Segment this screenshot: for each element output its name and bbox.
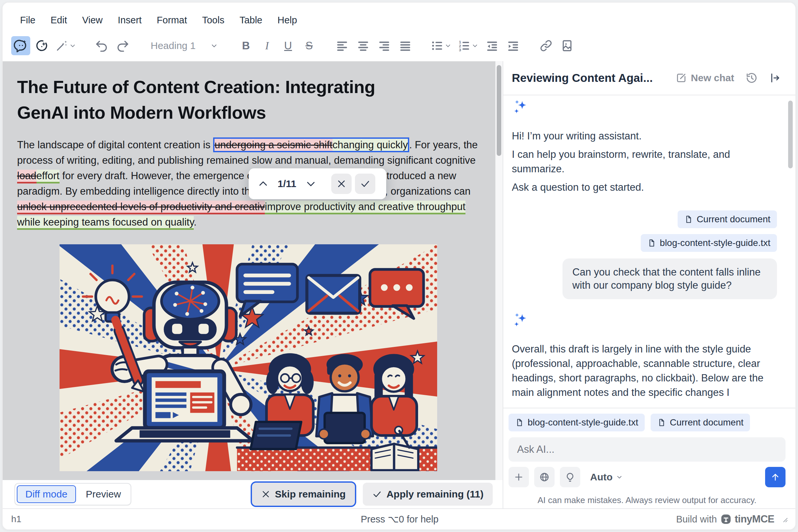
diff-del-segment[interactable]: undergoing a seismic shift bbox=[215, 139, 332, 151]
history-icon bbox=[745, 72, 758, 84]
menu-file[interactable]: File bbox=[13, 12, 43, 29]
statusbar: h1 Press ⌥0 for help Build with tinyMCE bbox=[3, 508, 795, 529]
undo-button[interactable] bbox=[92, 36, 111, 55]
chevron-down-icon bbox=[305, 178, 316, 189]
context-chip-style-guide[interactable]: blog-content-style-guide.txt bbox=[641, 234, 777, 252]
align-right-button[interactable] bbox=[375, 36, 394, 55]
model-select[interactable]: Auto bbox=[590, 472, 623, 483]
suggestions-button[interactable] bbox=[560, 467, 580, 487]
editor-scrollbar[interactable] bbox=[495, 61, 503, 480]
chat-history-button[interactable] bbox=[745, 72, 758, 84]
editor-footer: Diff mode Preview Skip remaining Apply r… bbox=[3, 480, 503, 508]
assistant-greeting-2: I can help you brainstorm, rewrite, tran… bbox=[512, 147, 762, 176]
chat-transcript[interactable]: Hi! I’m your writing assistant. I can he… bbox=[503, 95, 795, 408]
diff-del-segment[interactable]: load bbox=[17, 170, 37, 184]
chip-label: blog-content-style-guide.txt bbox=[660, 238, 771, 248]
align-right-icon bbox=[378, 39, 391, 52]
composer-chip-style-guide[interactable]: blog-content-style-guide.txt bbox=[508, 414, 645, 431]
chevron-down-icon bbox=[471, 42, 479, 49]
genai-workflow-illustration bbox=[59, 244, 437, 471]
diff-ins-segment[interactable]: changing quickly bbox=[333, 139, 408, 151]
diff-mode-toggle[interactable]: Diff mode bbox=[17, 485, 76, 503]
menu-edit[interactable]: Edit bbox=[43, 12, 75, 29]
skip-remaining-button[interactable]: Skip remaining bbox=[252, 483, 355, 506]
menu-view[interactable]: View bbox=[75, 12, 110, 29]
ai-chat-button[interactable] bbox=[11, 36, 30, 55]
image-icon bbox=[560, 39, 574, 52]
indent-button[interactable] bbox=[504, 36, 523, 55]
close-icon bbox=[336, 179, 346, 189]
element-path[interactable]: h1 bbox=[11, 514, 149, 525]
justify-button[interactable] bbox=[396, 36, 415, 55]
strikethrough-button[interactable]: S bbox=[300, 36, 319, 55]
redo-button[interactable] bbox=[113, 36, 132, 55]
send-button[interactable] bbox=[765, 467, 785, 487]
underline-button[interactable]: U bbox=[279, 36, 298, 55]
web-search-button[interactable] bbox=[534, 467, 555, 487]
align-left-button[interactable] bbox=[333, 36, 352, 55]
link-button[interactable] bbox=[537, 36, 556, 55]
menu-help[interactable]: Help bbox=[270, 12, 304, 29]
ai-tools-button[interactable] bbox=[53, 36, 78, 55]
chip-label: Current document bbox=[697, 214, 771, 225]
document-canvas[interactable]: The Future of Content Creation: Integrat… bbox=[3, 61, 495, 480]
ai-sparkles-icon bbox=[512, 98, 530, 116]
diff-ins-segment[interactable]: effort bbox=[37, 170, 59, 184]
undo-icon bbox=[95, 39, 108, 52]
bullet-list-icon bbox=[431, 39, 444, 52]
chevron-down-icon bbox=[210, 42, 218, 50]
align-center-icon bbox=[356, 39, 370, 52]
accept-change-button[interactable] bbox=[355, 174, 375, 194]
previous-change-button[interactable] bbox=[254, 175, 272, 193]
redo-icon bbox=[116, 39, 129, 52]
add-attachment-button[interactable] bbox=[508, 467, 529, 487]
paragraph-text: . bbox=[194, 216, 197, 228]
composer: blog-content-style-guide.txt Current doc… bbox=[503, 408, 795, 508]
next-change-button[interactable] bbox=[302, 175, 320, 193]
editor-scrollbar-thumb[interactable] bbox=[497, 65, 501, 156]
chevron-up-icon bbox=[258, 178, 269, 189]
menu-format[interactable]: Format bbox=[149, 12, 195, 29]
preview-toggle[interactable]: Preview bbox=[78, 485, 129, 503]
check-icon bbox=[360, 178, 370, 189]
brand-name[interactable]: tinyMCE bbox=[735, 513, 775, 525]
chip-label: blog-content-style-guide.txt bbox=[527, 417, 638, 428]
chevron-down-icon bbox=[69, 42, 76, 49]
conversation-title: Reviewing Content Agai... bbox=[512, 71, 665, 84]
menu-insert[interactable]: Insert bbox=[110, 12, 149, 29]
model-value: Auto bbox=[590, 472, 612, 483]
current-diff-selection[interactable]: undergoing a seismic shiftchanging quick… bbox=[213, 137, 409, 152]
close-icon bbox=[261, 490, 271, 499]
document-image[interactable] bbox=[59, 244, 437, 471]
justify-icon bbox=[399, 39, 412, 52]
block-format-select[interactable]: Heading 1 bbox=[146, 36, 223, 55]
outdent-button[interactable] bbox=[483, 36, 502, 55]
document-icon bbox=[684, 215, 693, 224]
assistant-greeting-3: Ask a question to get started. bbox=[512, 180, 777, 195]
bold-button[interactable]: B bbox=[237, 36, 256, 55]
ai-disclaimer: AI can make mistakes. Always review outp… bbox=[508, 495, 785, 506]
image-button[interactable] bbox=[558, 36, 577, 55]
ask-ai-input[interactable] bbox=[508, 437, 785, 462]
menu-table[interactable]: Table bbox=[232, 12, 270, 29]
context-chip-current-document[interactable]: Current document bbox=[678, 210, 777, 228]
ai-shortcuts-button[interactable] bbox=[32, 36, 51, 55]
user-message: Can you check that the content falls inl… bbox=[562, 259, 777, 299]
document-title[interactable]: The Future of Content Creation: Integrat… bbox=[17, 74, 399, 125]
align-center-button[interactable] bbox=[354, 36, 373, 55]
new-chat-button[interactable]: New chat bbox=[676, 72, 734, 83]
diff-navigation-popup: 1/11 bbox=[249, 168, 386, 199]
menu-tools[interactable]: Tools bbox=[194, 12, 232, 29]
chat-scrollbar-thumb[interactable] bbox=[788, 101, 793, 168]
reject-change-button[interactable] bbox=[331, 174, 352, 194]
diff-del-segment[interactable]: unlock unprecedented levels of productiv… bbox=[17, 201, 265, 214]
numbered-list-button[interactable]: 123 bbox=[456, 36, 481, 55]
apply-remaining-button[interactable]: Apply remaining (11) bbox=[363, 483, 493, 506]
italic-button[interactable]: I bbox=[258, 36, 277, 55]
composer-chip-current-document[interactable]: Current document bbox=[651, 414, 750, 431]
tinymce-logo-icon bbox=[720, 514, 731, 525]
resize-grip[interactable] bbox=[781, 516, 788, 523]
collapse-panel-button[interactable] bbox=[769, 72, 781, 84]
italic-glyph: I bbox=[265, 40, 269, 52]
bullet-list-button[interactable] bbox=[429, 36, 453, 55]
